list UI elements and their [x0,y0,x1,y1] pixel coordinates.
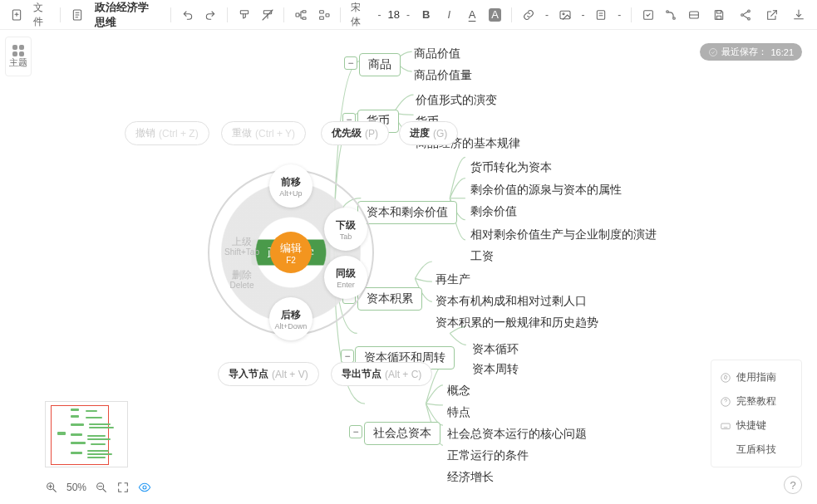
leaf[interactable]: 剩余价值的源泉与资本的属性 [470,183,622,198]
format-brush-button[interactable] [234,3,254,27]
leaf[interactable]: 概念 [447,384,470,399]
help-tutorial[interactable]: 完整教程 [711,389,801,413]
clear-format-button[interactable] [258,3,278,27]
zoom-value: 50% [66,482,86,493]
leaf[interactable]: 商品价值量 [414,68,472,83]
fit-screen-button[interactable] [116,481,130,494]
save-button[interactable] [707,3,731,27]
help-fab[interactable]: ? [784,476,802,494]
leaf[interactable]: 资本有机构成和相对过剩人口 [436,294,587,309]
separator [60,7,61,22]
redo-pill[interactable]: 重做(Ctrl + Y) [221,121,306,145]
undo-pill[interactable]: 撤销(Ctrl + Z) [125,121,209,145]
font-size-select[interactable]: 18 [388,8,400,21]
radial-parent[interactable]: 上级Shift+Tab [221,236,263,257]
leaf[interactable]: 商品价值 [414,46,460,61]
share-button[interactable] [734,3,757,27]
export-node-pill[interactable]: 导出节点(Alt + C) [331,362,432,386]
bold-button[interactable]: B [416,3,436,27]
question-icon [720,396,731,408]
dash: - [614,9,624,21]
leaf[interactable]: 社会总资本运行的核心问题 [447,427,587,442]
top-toolbar: 文件 政治经济学思维 宋体 - 18 - B I A A - - - [0,0,817,30]
help-guide[interactable]: 使用指南 [711,365,801,389]
task-button[interactable] [638,3,658,27]
svg-point-25 [143,486,146,489]
highlight-color-button[interactable]: A [489,8,501,22]
leaf[interactable]: 相对剩余价值生产与企业制度的演进 [470,228,657,242]
separator [227,7,228,22]
svg-rect-12 [598,10,605,19]
help-brand[interactable]: 互盾科技 [711,438,801,462]
leaf[interactable]: 特点 [447,405,470,420]
radial-child-button[interactable]: 下级Tab [324,208,367,251]
zoom-in-button[interactable] [45,481,58,494]
preview-button[interactable] [138,481,151,494]
radial-delete[interactable]: 删除Delete [221,269,263,291]
leaf[interactable]: 价值形式的演变 [416,93,497,108]
leaf[interactable]: 货币转化为资本 [470,160,552,175]
svg-rect-7 [319,10,323,12]
leaf[interactable]: 资本循环 [472,342,519,357]
export-button[interactable] [787,3,810,27]
collapse-toggle[interactable]: − [341,350,354,363]
radial-context-menu: 政 学 上级Shift+Tab 删除Delete 编辑F2 前移Alt+Up 下… [208,169,374,335]
add-sibling-button[interactable] [314,3,334,27]
radial-sibling-button[interactable]: 同级Enter [324,256,367,299]
svg-rect-8 [319,17,323,19]
separator [170,7,171,22]
new-file-button[interactable] [7,3,27,27]
text-color-button[interactable]: A [469,8,476,21]
svg-rect-2 [240,10,248,13]
separator [631,7,632,22]
leaf[interactable]: 工资 [470,249,494,264]
progress-pill[interactable]: 进度(G) [399,121,458,145]
svg-rect-18 [716,16,721,19]
help-shortcuts[interactable]: 快捷键 [711,413,801,438]
undo-button[interactable] [178,3,198,27]
node-capital-accumulation[interactable]: 资本积累 [357,287,422,311]
leaf[interactable]: 经济增长 [447,470,494,485]
svg-rect-28 [721,423,731,428]
svg-point-26 [721,373,731,382]
font-family-select[interactable]: 宋体 [347,1,371,29]
relation-button[interactable] [662,3,682,27]
import-node-pill[interactable]: 导入节点(Alt + V) [218,362,319,386]
doc-icon[interactable] [67,3,87,27]
zoom-out-button[interactable] [95,481,108,494]
note-button[interactable] [592,3,612,27]
minimap[interactable] [45,401,128,467]
svg-rect-9 [326,13,329,16]
collapse-toggle[interactable]: − [349,425,362,438]
separator [511,7,512,22]
radial-edit-button[interactable]: 编辑F2 [270,232,312,273]
zoom-bar: 50% [45,481,151,494]
leaf[interactable]: 再生产 [436,272,470,287]
boundary-button[interactable] [684,3,704,27]
image-button[interactable] [555,3,575,27]
radial-move-up-button[interactable]: 前移Alt+Up [269,164,313,208]
node-commodity[interactable]: 商品 [359,53,401,76]
node-social-capital[interactable]: 社会总资本 [364,422,440,445]
collapse-toggle[interactable]: − [344,56,357,70]
svg-point-11 [563,12,564,14]
link-button[interactable] [519,3,539,27]
italic-button[interactable]: I [440,3,460,27]
document-title[interactable]: 政治经济学思维 [90,0,164,30]
keyboard-icon [720,420,731,432]
leaf[interactable]: 资本积累的一般规律和历史趋势 [436,316,598,330]
priority-pill[interactable]: 优先级(P) [321,121,389,145]
node-capital-surplus[interactable]: 资本和剩余价值 [357,201,457,224]
radial-move-down-button[interactable]: 后移Alt+Down [269,297,313,340]
file-menu[interactable]: 文件 [30,1,53,29]
redo-button[interactable] [201,3,221,27]
leaf[interactable]: 资本周转 [472,362,519,377]
open-external-button[interactable] [760,3,784,27]
separator [340,7,341,22]
add-child-button[interactable] [291,3,311,27]
leaf[interactable]: 剩余价值 [470,204,517,219]
svg-rect-5 [303,10,306,12]
compass-icon [720,372,731,384]
svg-rect-17 [716,10,721,12]
leaf[interactable]: 正常运行的条件 [447,448,529,463]
